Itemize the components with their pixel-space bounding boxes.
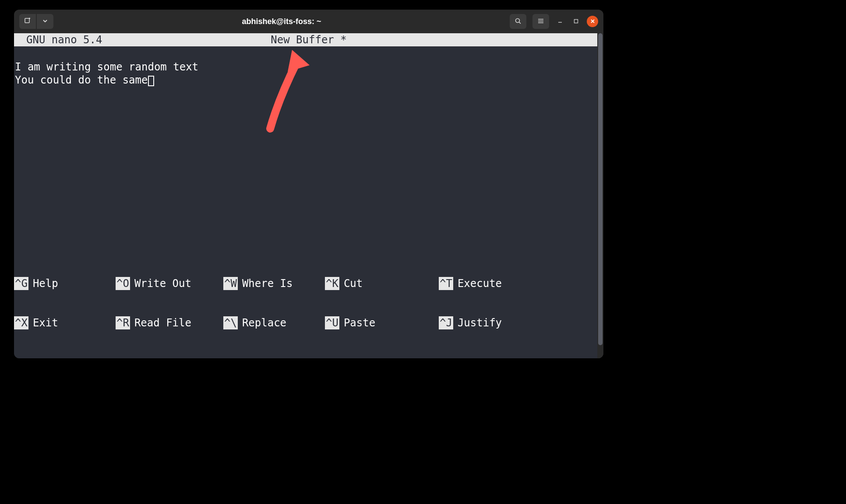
svg-point-3 <box>516 18 520 22</box>
search-button[interactable] <box>510 14 526 29</box>
titlebar-left-controls <box>19 14 53 29</box>
titlebar-right-controls <box>510 14 598 29</box>
shortcut-label: Exit <box>33 316 58 329</box>
shortcut-row-1: ^GHelp ^OWrite Out ^WWhere Is ^KCut ^TEx… <box>14 277 603 290</box>
shortcut-row-2: ^XExit ^RRead File ^\Replace ^UPaste ^JJ… <box>14 316 603 329</box>
shortcut-execute: ^TExecute <box>439 277 526 290</box>
shortcut-justify: ^JJustify <box>439 316 526 329</box>
nano-titlebar: GNU nano 5.4 New Buffer * <box>14 33 603 46</box>
menu-button[interactable] <box>532 14 549 29</box>
shortcut-exit: ^XExit <box>14 316 116 329</box>
scrollbar-thumb[interactable] <box>598 33 603 345</box>
shortcut-key: ^U <box>325 316 339 329</box>
shortcut-label: Read File <box>134 316 191 329</box>
shortcut-key: ^R <box>116 316 130 329</box>
nano-shortcut-bar: ^GHelp ^OWrite Out ^WWhere Is ^KCut ^TEx… <box>14 251 603 358</box>
shortcut-key: ^\ <box>223 316 238 329</box>
window-titlebar: abhishek@its-foss: ~ <box>14 10 603 33</box>
shortcut-whereis: ^WWhere Is <box>223 277 325 290</box>
shortcut-label: Cut <box>344 277 363 290</box>
shortcut-label: Where Is <box>242 277 293 290</box>
shortcut-key: ^J <box>439 316 453 329</box>
nano-buffer-name: New Buffer * <box>271 33 346 46</box>
text-cursor <box>148 76 154 86</box>
svg-rect-0 <box>25 18 29 23</box>
close-button[interactable] <box>587 16 598 27</box>
shortcut-readfile: ^RRead File <box>116 316 223 329</box>
shortcut-label: Justify <box>458 316 502 329</box>
shortcut-label: Replace <box>242 316 286 329</box>
maximize-button[interactable] <box>571 17 581 26</box>
shortcut-key: ^O <box>116 277 130 290</box>
maximize-icon <box>574 18 578 25</box>
terminal-window: abhishek@its-foss: ~ <box>14 10 603 358</box>
tab-dropdown-button[interactable] <box>37 14 53 29</box>
svg-line-4 <box>519 22 521 24</box>
shortcut-label: Paste <box>344 316 375 329</box>
minimize-icon <box>557 18 563 25</box>
shortcut-help: ^GHelp <box>14 277 116 290</box>
hamburger-icon <box>537 18 544 26</box>
search-icon <box>515 18 522 26</box>
close-icon <box>590 18 595 25</box>
shortcut-key: ^G <box>14 277 28 290</box>
shortcut-key: ^W <box>223 277 238 290</box>
shortcut-writeout: ^OWrite Out <box>116 277 223 290</box>
terminal-viewport[interactable]: GNU nano 5.4 New Buffer * I am writing s… <box>14 33 603 358</box>
shortcut-key: ^T <box>439 277 453 290</box>
shortcut-key: ^X <box>14 316 28 329</box>
nano-version: GNU nano 5.4 <box>26 33 102 46</box>
terminal-scrollbar[interactable] <box>597 33 603 358</box>
new-tab-button[interactable] <box>19 14 36 29</box>
shortcut-label: Execute <box>458 277 502 290</box>
window-title: abhishek@its-foss: ~ <box>53 17 510 26</box>
shortcut-replace: ^\Replace <box>223 316 325 329</box>
editor-line-2: You could do the same <box>15 74 148 86</box>
nano-editor-area[interactable]: I am writing some random text You could … <box>14 46 603 251</box>
shortcut-cut: ^KCut <box>325 277 439 290</box>
shortcut-paste: ^UPaste <box>325 316 439 329</box>
chevron-down-icon <box>42 18 48 25</box>
shortcut-label: Write Out <box>134 277 191 290</box>
svg-rect-9 <box>574 19 578 23</box>
shortcut-key: ^K <box>325 277 339 290</box>
editor-line-1: I am writing some random text <box>15 61 198 73</box>
minimize-button[interactable] <box>555 17 565 26</box>
shortcut-label: Help <box>33 277 58 290</box>
new-tab-icon <box>24 17 31 26</box>
